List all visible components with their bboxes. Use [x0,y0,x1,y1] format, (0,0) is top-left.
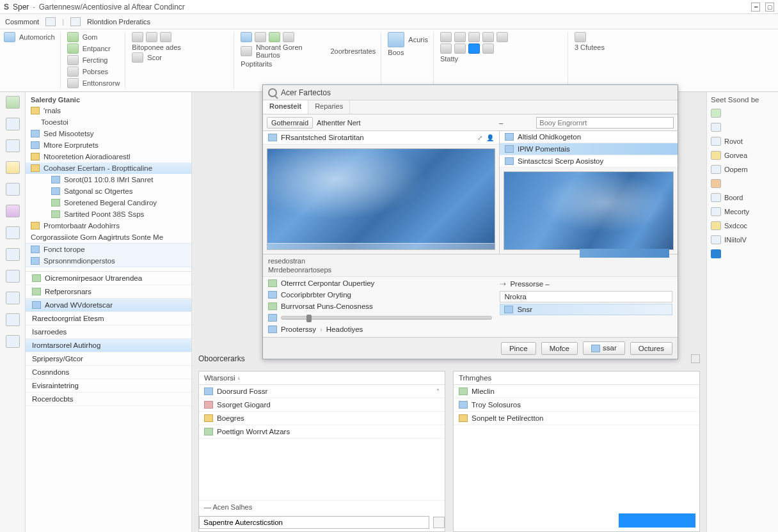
maximize-button[interactable]: ▢ [765,3,774,12]
dropdown-selected[interactable]: Snsr [500,304,672,315]
rb-icon[interactable] [440,32,452,42]
ribbon-label[interactable]: Acuris [408,36,428,43]
list-item[interactable]: Doorsurd Fossr˅ [199,385,445,398]
nav-item[interactable]: Satgonal sc Otgertes [26,185,191,197]
sidebar-item[interactable] [711,123,774,132]
strip-icon[interactable] [6,161,20,174]
nav-item[interactable]: Soretened Begeral Candiroy [26,197,191,208]
list-item[interactable]: Spripersy/Gtcor [26,352,191,366]
sidebar-item[interactable] [711,179,774,188]
rb-icon[interactable] [575,32,586,42]
nav-item[interactable]: 'rnals [26,105,191,116]
dialog-right-item[interactable]: Altisld Ohidkogeton [500,131,678,143]
rb-icon[interactable] [496,32,508,42]
dialog-tab[interactable]: Reparies [308,100,350,114]
list-item[interactable]: Isarroedes [26,325,191,339]
ribbon-label[interactable]: 2oorbresrtates [330,47,376,55]
pobrses-icon[interactable] [67,66,79,77]
option-row[interactable]: Oterrrct Cerpontar Oupertiey [268,278,492,288]
sidebar-item[interactable]: Mecorty [711,207,774,216]
sidebar-item[interactable]: Gorvea [711,151,774,160]
rb-icon[interactable] [454,32,466,42]
dialog-tab[interactable]: Ronesteit [263,100,308,114]
strip-icon[interactable] [6,96,20,109]
lower-input[interactable] [199,516,429,529]
ribbon-label[interactable]: Enttonsrorw [83,79,120,87]
rb-icon[interactable] [241,46,252,56]
gom-icon[interactable] [67,32,79,42]
strip-icon[interactable] [6,118,20,130]
entpancr-icon[interactable] [67,43,79,54]
list-item[interactable]: Refperorsnars [26,285,191,299]
list-item[interactable]: Oicremonirpesaor Utrarendea [26,272,191,285]
ribbon-label[interactable]: Pobrses [83,68,108,75]
sidebar-item[interactable]: INiitolV [711,235,774,244]
sidebar-item[interactable] [711,109,774,118]
ribbon-label[interactable]: Fercting [83,56,108,64]
nav-item[interactable]: Promtorbaatr Aodohirrs [26,220,191,231]
rb-icon[interactable] [255,32,266,42]
strip-icon[interactable] [6,183,20,196]
strip-icon[interactable] [6,226,20,239]
sidebar-item[interactable]: Boord [711,193,774,202]
grid-icon[interactable] [160,32,171,42]
enttonsrorw-icon[interactable] [67,78,79,88]
ribbon-label[interactable]: Boos [388,49,404,56]
sidebar-item[interactable]: Rovot [711,137,774,146]
strip-icon[interactable] [6,270,20,283]
nav-item[interactable]: Ntooretetion Aioradioarestl [26,151,191,162]
automorich-icon[interactable] [4,32,15,42]
dialog-right-item-selected[interactable]: IPlW Pomentais [500,143,678,155]
nav-block-item[interactable]: Fonct torope [26,244,191,255]
list-item-selected[interactable]: Aorvad WVdoretscar [26,299,191,312]
fercting-icon[interactable] [67,55,79,65]
grid-icon[interactable] [146,32,157,42]
ribbon-label[interactable]: Entpancr [83,45,111,52]
person-icon[interactable]: 👤 [486,134,494,141]
nav-item-selected[interactable]: Coohaser Ecertarn - Broptticaline [26,162,191,174]
square-icon[interactable] [691,354,700,363]
slider[interactable] [281,316,492,320]
strip-icon[interactable] [6,139,20,152]
input-square-icon[interactable] [433,517,445,528]
ribbon-label[interactable]: Scor [147,54,162,61]
menu-item-left[interactable]: Cosmmont [5,18,39,26]
list-item[interactable]: Rarectoorgrriat Etesm [26,312,191,325]
ribbon-label[interactable]: Poptitarits [241,60,272,68]
sidebar-item[interactable] [711,249,774,258]
search-input[interactable] [536,117,674,129]
nav-item[interactable]: Mtore Eorprutets [26,139,191,151]
strip-icon[interactable] [6,335,20,348]
nav-item[interactable]: Sed Misootetsy [26,128,191,139]
strip-icon[interactable] [6,205,20,217]
rb-icon[interactable] [454,43,466,54]
rb-icon[interactable] [482,43,494,54]
list-item[interactable]: Rocerdocbts [26,393,191,406]
ribbon-label[interactable]: Automorich [19,33,55,41]
dropdown[interactable]: Nrokra [500,291,672,302]
rb-icon[interactable] [241,32,252,42]
rb-icon[interactable] [269,32,280,42]
minimize-button[interactable]: ━ [751,3,760,12]
nav-item[interactable]: Sorot(01 10:0.8 IMrI Sanret [26,174,191,185]
strip-icon[interactable] [6,313,20,326]
rb-icon[interactable] [482,32,494,42]
toolbar-button[interactable]: Gothernraid [267,117,313,129]
dialog-left-row[interactable]: FRsantstched Sirotartitan ⤢ 👤 [263,131,499,145]
strip-icon[interactable] [6,292,20,304]
list-item[interactable]: Evisraintetring [26,379,191,393]
strip-icon[interactable] [6,248,20,261]
rb-icon-active[interactable] [468,43,480,54]
nav-block-item[interactable]: Sprsonnmdionperstos [26,255,191,267]
menu-doc-label[interactable]: Rlontdion Prderatics [87,18,150,26]
dialog-preview-right[interactable] [504,171,674,250]
sidebar-item[interactable]: Sxdcoc [711,221,774,230]
option-row[interactable]: Burrvorsat Puns-Cenosness [268,301,492,311]
ribbon-label[interactable]: Gom [83,33,98,41]
nav-item[interactable]: Tooestoi [26,116,191,128]
list-item[interactable]: Sonpelt te Petilrectton [454,412,699,425]
ribbon-label[interactable]: Nhorant Goren Baurtos [256,43,327,59]
list-item[interactable]: Boegres [199,412,445,425]
zoom-icon[interactable]: ⤢ [477,134,482,141]
nav-item[interactable]: Corgorassiiote Gorn Aagirtruts Sonte Me [26,231,191,243]
